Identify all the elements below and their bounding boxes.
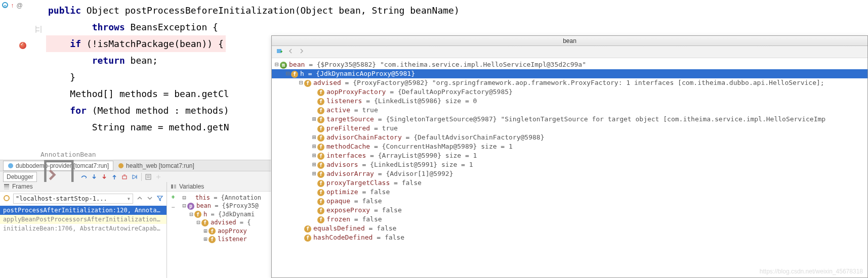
inspector-row[interactable]: fmethodCache = {ConcurrentHashMap@5989} …: [272, 142, 867, 151]
step-out-icon[interactable]: [111, 173, 118, 180]
step-over-icon[interactable]: [80, 173, 88, 180]
expand-icon[interactable]: [181, 202, 187, 209]
frame-down-icon[interactable]: [146, 195, 153, 203]
variable-row[interactable]: fadvised = {: [181, 218, 261, 227]
inspector-row[interactable]: faopProxyFactory = {DefaultAopProxyFacto…: [272, 87, 867, 97]
variable-row[interactable]: faopProxy: [181, 227, 261, 236]
expand-icon[interactable]: [298, 78, 304, 87]
var-value: = {DefaultAopProxyFactory@5985}: [386, 88, 512, 96]
expand-icon[interactable]: [311, 160, 317, 169]
variable-row[interactable]: fh = {JdkDynami: [181, 210, 261, 219]
expand-icon[interactable]: [311, 169, 317, 178]
inspector-row[interactable]: ffrozen = false: [272, 215, 867, 224]
expand-icon[interactable]: [195, 219, 201, 226]
var-name: equalsDefined: [313, 224, 365, 232]
frame-up-icon[interactable]: [136, 195, 143, 203]
frames-icon: [3, 183, 10, 190]
field-badge-icon: f: [304, 235, 311, 242]
nav-forward-icon[interactable]: [298, 48, 305, 56]
inspector-row[interactable]: mbean = {$Proxy35@5882} "com.itheima.ser…: [272, 60, 867, 69]
var-name: this: [195, 194, 210, 201]
gutter-override-marker[interactable]: o ↑ @: [2, 2, 22, 9]
nav-back-icon[interactable]: [287, 48, 294, 56]
var-name: aopProxyFactory: [326, 88, 386, 96]
expand-icon[interactable]: [202, 236, 209, 243]
inspector-row[interactable]: fexposeProxy = false: [272, 206, 867, 215]
field-badge-icon: f: [317, 153, 324, 160]
fold-handle-icon[interactable]: [34, 25, 43, 33]
breakpoint-icon[interactable]: [19, 42, 26, 49]
expand-icon[interactable]: [311, 142, 317, 151]
expand-icon[interactable]: [274, 60, 280, 69]
inspector-row[interactable]: fequalsDefined = false: [272, 224, 867, 233]
var-value: = {Advisor[1]@5992}: [374, 170, 453, 177]
remove-watch-icon[interactable]: −: [171, 204, 175, 211]
inspector-row[interactable]: fpreFiltered = true: [272, 124, 867, 133]
var-name: bean: [196, 202, 211, 209]
expand-icon[interactable]: [311, 115, 317, 124]
trace-icon[interactable]: [155, 173, 162, 180]
filter-icon[interactable]: [156, 195, 163, 203]
frame-row[interactable]: applyBeanPostProcessorsAfterInitializati…: [0, 215, 167, 224]
var-value: = {LinkedList@5991} size = 1: [358, 161, 473, 168]
var-value: = false: [370, 206, 402, 214]
expand-icon[interactable]: [311, 133, 317, 142]
frame-row[interactable]: initializeBean:1706, AbstractAutowireCap…: [0, 224, 167, 233]
var-name: aopProxy: [218, 227, 247, 235]
variables-tree[interactable]: this = {Annotationpbean = {$Proxy35@fh =…: [179, 192, 263, 246]
var-name: preFiltered: [326, 124, 370, 132]
thread-selector[interactable]: "localhost-startStop-1... ▾: [13, 194, 133, 204]
svg-point-0: [8, 163, 13, 168]
svg-rect-5: [4, 184, 9, 186]
add-watch-icon[interactable]: +: [171, 194, 175, 201]
inspector-row[interactable]: fadvised = {ProxyFactory@5982} "org.spri…: [272, 78, 867, 87]
variable-row[interactable]: pbean = {$Proxy35@: [181, 202, 261, 210]
svg-point-8: [4, 196, 9, 201]
step-into-icon[interactable]: [91, 173, 98, 180]
inspector-row[interactable]: fadvisorArray = {Advisor[1]@5992}: [272, 169, 867, 178]
expand-icon[interactable]: [188, 211, 194, 218]
inspector-row[interactable]: flisteners = {LinkedList@5986} size = 0: [272, 97, 867, 106]
inspector-row[interactable]: fhashCodeDefined = false: [272, 233, 867, 242]
new-watch-icon[interactable]: [276, 48, 283, 56]
inspector-row[interactable]: finterfaces = {ArrayList@5990} size = 1: [272, 151, 867, 160]
field-badge-icon: m: [280, 62, 287, 69]
var-name: proxyTargetClass: [326, 179, 390, 187]
var-name: advisorChainFactory: [326, 133, 402, 141]
expand-icon[interactable]: [181, 194, 187, 201]
run-to-cursor-icon[interactable]: [131, 173, 138, 180]
expand-icon[interactable]: [311, 151, 317, 160]
inspector-tree[interactable]: mbean = {$Proxy35@5882} "com.itheima.ser…: [272, 58, 867, 244]
var-name: listeners: [326, 97, 362, 105]
run-config-healthweb[interactable]: health_web [tomcat7:run]: [113, 161, 199, 171]
svg-rect-4: [146, 174, 151, 179]
code-editor[interactable]: o ↑ @ public Object postProcessBeforeIni…: [0, 0, 271, 149]
inspector-row[interactable]: fproxyTargetClass = false: [272, 178, 867, 188]
var-value: = {JdkDynami: [211, 211, 255, 218]
drop-frame-icon[interactable]: [121, 173, 128, 180]
expand-icon[interactable]: [285, 69, 291, 78]
inspector-row[interactable]: fadvisors = {LinkedList@5991} size = 1: [272, 160, 867, 169]
inspector-row[interactable]: factive = true: [272, 106, 867, 115]
frames-list[interactable]: postProcessAfterInitialization:120, Anno…: [0, 206, 167, 233]
var-name: bean: [289, 61, 305, 68]
debugger-tab[interactable]: Debugger: [3, 172, 37, 182]
inspector-row[interactable]: fh = {JdkDynamicAopProxy@5981}: [272, 69, 867, 78]
inspector-row[interactable]: fadvisorChainFactory = {DefaultAdvisorCh…: [272, 133, 867, 142]
evaluate-icon[interactable]: [145, 173, 152, 180]
inspector-row[interactable]: foptimize = false: [272, 188, 867, 197]
inspector-row[interactable]: fopaque = false: [272, 197, 867, 206]
override-icon: o: [2, 2, 8, 8]
expand-icon[interactable]: [202, 227, 209, 235]
variable-row[interactable]: flistener: [181, 235, 261, 244]
frame-row[interactable]: postProcessAfterInitialization:120, Anno…: [0, 206, 167, 215]
force-step-into-icon[interactable]: [101, 173, 108, 180]
editor-gutter: o ↑ @: [0, 0, 40, 149]
field-badge-icon: f: [317, 107, 324, 114]
inspector-title: bean: [272, 36, 867, 46]
var-name: opaque: [326, 197, 350, 205]
var-name: advisors: [326, 161, 358, 168]
inspector-row[interactable]: ftargetSource = {SingletonTargetSource@5…: [272, 115, 867, 124]
var-value: = false: [365, 224, 397, 232]
variable-row[interactable]: this = {Annotation: [181, 194, 261, 202]
